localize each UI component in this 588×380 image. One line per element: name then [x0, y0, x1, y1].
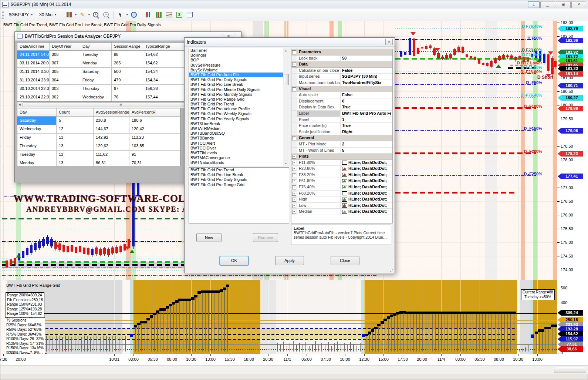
collapse-icon[interactable]: − [292, 136, 296, 140]
table-cell[interactable]: 12 [57, 125, 94, 133]
property-category-row[interactable]: −General [291, 135, 392, 141]
cursor-mode-button[interactable] [116, 10, 125, 19]
indicator-list-item[interactable]: BWT Fib Grid Pro Volume Profile [189, 107, 283, 111]
property-row[interactable]: Calculate on bar closeFalse [291, 68, 392, 74]
chevron-down-icon[interactable]: ▼ [74, 13, 77, 16]
property-row[interactable]: +LowHLine; DashDotDot; [291, 203, 392, 209]
remove-button[interactable]: Remove [253, 233, 278, 242]
property-row[interactable]: Price marker(s)True [291, 123, 392, 129]
table-cell[interactable]: 303 [50, 85, 80, 93]
table-cell[interactable]: 305 [50, 68, 80, 76]
indicator-list-item[interactable]: BWT3LineBreak [189, 121, 283, 126]
table-cell[interactable]: 479 [112, 76, 143, 84]
table-cell[interactable]: 308 [50, 51, 80, 59]
property-category-row[interactable]: −Parameters [291, 49, 392, 56]
indicator-list-item[interactable]: Bollinger [189, 53, 283, 58]
property-row[interactable]: +F61.80%HLine; DashDotDot; [291, 178, 392, 184]
indicator-list-item[interactable]: BWT Fib Grid Pro Weekly Signals [189, 111, 283, 116]
drawing-tools-button[interactable]: ✎ [78, 10, 87, 19]
property-value[interactable]: False [341, 92, 392, 98]
table-cell[interactable]: Thursday [17, 142, 57, 150]
table-cell[interactable]: 01.11.2014 0:30 [17, 68, 50, 76]
property-row[interactable]: Display in Data BoxTrue [291, 104, 392, 111]
property-row[interactable]: MT - Plot Mode2 [291, 141, 392, 148]
resize-grip[interactable] [390, 268, 393, 272]
property-value[interactable]: 50 [341, 56, 392, 61]
day-stats-table[interactable]: DayCountAvgSessionRangeAvgPercentRSaturd… [17, 108, 180, 166]
property-value[interactable]: True [341, 123, 392, 129]
column-header[interactable]: AvgPercentR [129, 108, 180, 116]
table-cell[interactable]: 76 [112, 93, 143, 101]
property-category-row[interactable]: −Data [291, 61, 392, 68]
table-cell[interactable]: 103,85 [129, 142, 180, 150]
property-row[interactable]: +F23.60%HLine; DashDotDot; [291, 166, 392, 172]
zoom-out-button[interactable]: − [102, 10, 111, 19]
table-cell[interactable]: 03.11.2014 20:00 [17, 59, 50, 67]
indicator-list-item[interactable]: BWTBBands [189, 136, 283, 141]
table-cell[interactable]: Monday [80, 59, 112, 67]
column-header[interactable]: DateAndTime [17, 43, 50, 50]
collapse-icon[interactable]: − [292, 155, 296, 159]
apply-button[interactable]: Apply [275, 256, 304, 265]
close-button[interactable]: ✕ [571, 1, 586, 8]
indicator-list-item[interactable]: BWTMAConvergance [189, 155, 283, 160]
indicator-list-item[interactable]: BuySellPressure [189, 63, 283, 68]
property-row[interactable]: Input series$GBPJPY (30 Min) [291, 74, 392, 80]
scroll-down-icon[interactable]: ▼ [283, 161, 288, 166]
expand-icon[interactable]: + [292, 204, 296, 208]
table-cell[interactable]: 13 [57, 142, 94, 150]
indicator-list-item[interactable]: BWTCCIDiver [189, 146, 283, 151]
new-button[interactable]: New [196, 233, 222, 242]
indicator-list-item[interactable]: BWT Fib Grid Pro Trend [189, 102, 283, 107]
property-value[interactable]: HLine; DashDotDot; [341, 160, 392, 166]
table-cell[interactable]: 304 [50, 76, 80, 84]
expand-icon[interactable]: + [292, 167, 296, 171]
property-row[interactable]: Scale justificationRight [291, 129, 392, 135]
expand-icon[interactable]: + [292, 210, 296, 214]
table-cell[interactable]: 13 [57, 134, 94, 142]
indicator-list-item[interactable]: BWT Fib Grid Pro Range Grid [189, 97, 283, 102]
configured-indicator-item[interactable]: BWT Fib Grid Pro Daily Signals [189, 177, 289, 182]
indicator-list-item[interactable]: BWTNaturalBands [189, 160, 283, 165]
minimize-button[interactable]: ▁ [540, 1, 555, 8]
chevron-down-icon[interactable]: ▼ [88, 13, 91, 16]
interval-selector[interactable]: 30 Min▼ [36, 11, 60, 19]
table-cell[interactable]: 111,62 [94, 151, 129, 159]
property-row[interactable]: +F11.80%HLine; DashDotDot; [291, 160, 392, 166]
configured-indicators-list[interactable]: BWT Fib Grid Pro TrendBWT Fib Grid Pro L… [189, 167, 289, 223]
indicator-panel-button[interactable] [144, 10, 153, 19]
expand-icon[interactable]: + [292, 185, 296, 189]
property-value[interactable]: HLine; DashDotDot; [341, 203, 392, 209]
column-header[interactable]: SessionRange [112, 43, 143, 50]
horizontal-scrollbar[interactable] [0, 365, 588, 374]
range-grid-panel[interactable]: BWT Fib Grid Pro Range Grid Range 200%=3… [0, 280, 557, 354]
indicators-dialog-titlebar[interactable]: Indicators ✕ [185, 38, 395, 47]
table-cell[interactable]: 142,92 [94, 134, 129, 142]
property-value[interactable]: HLine; DashDotDot; [341, 184, 392, 190]
property-value[interactable]: TwoHundredFiftySix [341, 80, 392, 86]
close-button[interactable]: Close [331, 256, 359, 265]
property-row[interactable]: +HighHLine; DashDotDot; [291, 196, 392, 203]
table-cell[interactable]: 5 [57, 117, 94, 125]
table-cell[interactable]: 88 [112, 51, 143, 59]
table-cell[interactable]: 129,62 [94, 142, 129, 150]
table-cell[interactable]: Friday [80, 76, 112, 84]
property-value[interactable]: 2 [341, 141, 392, 147]
table-cell[interactable]: Tuesday [80, 51, 112, 59]
indicators-dialog[interactable]: Indicators ✕ ▲ ▼ BarTimerBollingerBOPBuy… [184, 37, 395, 273]
time-axis[interactable]: 7:3020:0010/3103:0005:3008:0010:3013:001… [0, 354, 588, 365]
property-row[interactable]: +F76.40%HLine; DashDotDot; [291, 184, 392, 191]
table-cell[interactable]: Thursday [80, 85, 112, 93]
table-cell[interactable]: 30.10.2014 22:30 [17, 85, 50, 93]
property-row[interactable]: LabelBWT Fib Grid Pro Auto Fi [291, 111, 392, 117]
price-axis[interactable]: 183,00182,50181,00180,50180,00179,50178,… [557, 21, 588, 354]
table-cell[interactable]: 113,23 [129, 134, 180, 142]
collapse-icon[interactable]: − [292, 50, 296, 54]
expand-icon[interactable]: + [292, 192, 296, 196]
ok-button[interactable]: OK [220, 256, 249, 265]
table-row[interactable]: Tuesday13111,6291 [17, 151, 180, 159]
property-category-row[interactable]: −Plots [291, 154, 392, 160]
property-value[interactable]: HLine; DashDotDot; [341, 172, 392, 178]
property-value[interactable]: HLine; DashDotDot; [341, 178, 392, 184]
table-cell[interactable]: 97 [112, 85, 143, 93]
